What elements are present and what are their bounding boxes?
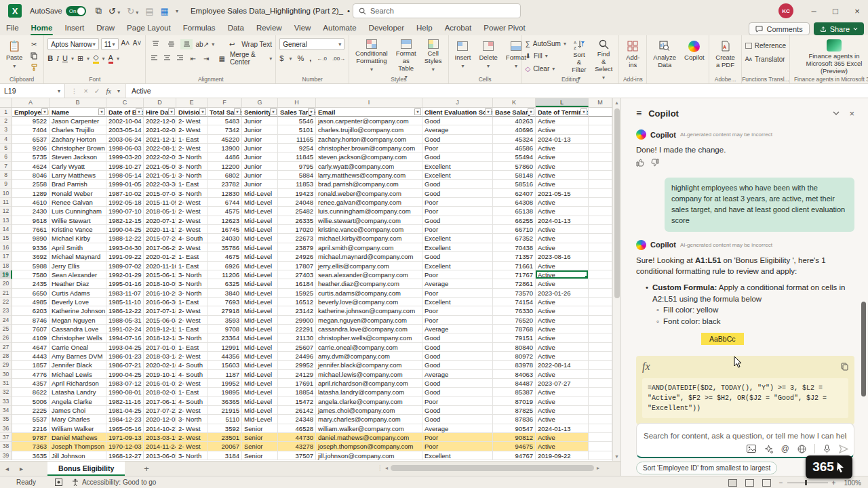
cell[interactable]: Michael Lewis: [50, 370, 106, 379]
cell[interactable]: Brad Parrish: [50, 180, 106, 188]
cell[interactable]: Senior: [242, 442, 278, 451]
cell[interactable]: 1993-04-30: [106, 243, 144, 252]
cell[interactable]: Active: [536, 207, 589, 216]
cell[interactable]: 2022-03-30: [144, 180, 176, 188]
cell[interactable]: Good: [422, 189, 493, 198]
cell[interactable]: Active: [536, 306, 589, 315]
cell[interactable]: Larry Matthews: [50, 171, 106, 180]
table-header-cell[interactable]: Date of Birth▾: [106, 108, 144, 117]
cell[interactable]: 15603: [208, 361, 242, 369]
cell[interactable]: 3- North: [176, 171, 208, 180]
row-header-25[interactable]: 25: [0, 325, 12, 333]
cell[interactable]: 2023-07-27: [536, 379, 589, 388]
cell[interactable]: Good: [422, 216, 493, 225]
cell[interactable]: 5884: [278, 171, 316, 180]
cell[interactable]: 25607: [278, 343, 316, 352]
cell[interactable]: 83978: [493, 361, 536, 369]
font-name-select[interactable]: Aptos Narrow▾: [47, 38, 98, 50]
cell[interactable]: 24129: [278, 370, 316, 379]
cell[interactable]: Senior: [242, 424, 278, 433]
row-header-37[interactable]: 37: [0, 433, 12, 442]
cell[interactable]: jerry.ellis@company.com: [316, 262, 422, 270]
cell[interactable]: 40696: [493, 125, 536, 134]
cell[interactable]: 1985-11-10: [106, 298, 144, 306]
cell[interactable]: 62407: [493, 189, 536, 198]
cell[interactable]: 19952: [208, 379, 242, 388]
row-header-11[interactable]: 11: [0, 198, 12, 207]
cell[interactable]: 2018-12-18: [144, 333, 176, 342]
cell[interactable]: [589, 379, 612, 388]
row-header-23[interactable]: 23: [0, 306, 12, 315]
book-icon[interactable]: ▤: [145, 6, 153, 16]
menu-tab-data[interactable]: Data: [222, 22, 250, 35]
cell[interactable]: 4- South: [176, 361, 208, 369]
cell[interactable]: Latasha Landry: [50, 388, 106, 396]
cell[interactable]: [589, 397, 612, 406]
cell[interactable]: 2- West: [176, 225, 208, 234]
row-header-16[interactable]: 16: [0, 243, 12, 252]
cell[interactable]: Mid-Level: [242, 306, 278, 315]
insert-function-icon[interactable]: fx: [106, 87, 111, 95]
cell[interactable]: 87825: [493, 406, 536, 415]
filter-dropdown-icon[interactable]: ▾: [485, 108, 492, 115]
autosave-toggle[interactable]: On: [66, 6, 86, 16]
row-header-24[interactable]: 24: [0, 316, 12, 325]
menu-tab-acrobat[interactable]: Acrobat: [439, 22, 478, 35]
cell[interactable]: 1989-07-02: [106, 262, 144, 270]
panel-scrollbar-thumb[interactable]: [861, 302, 866, 396]
cell[interactable]: 4443: [12, 352, 50, 361]
cell[interactable]: 1982-12-15: [106, 216, 144, 225]
cell[interactable]: Active: [536, 370, 589, 379]
cell[interactable]: Active: [536, 352, 589, 361]
name-box[interactable]: L19▾: [0, 84, 65, 98]
cell[interactable]: 2- West: [176, 125, 208, 134]
cell[interactable]: 1992-01-29: [106, 270, 144, 279]
cell[interactable]: 2015-06-12: [144, 270, 176, 279]
align-top-icon[interactable]: [149, 39, 161, 49]
formula-bar-value[interactable]: Active: [126, 84, 868, 98]
cell[interactable]: 46528: [278, 424, 316, 433]
cell[interactable]: 1984-12-23: [106, 415, 144, 424]
cell[interactable]: Good: [422, 135, 493, 144]
cell[interactable]: Junior: [242, 144, 278, 152]
cell[interactable]: Carrie Oneal: [50, 343, 106, 352]
addins-button[interactable]: Add-ins: [623, 38, 643, 74]
table-header-cell[interactable]: Email▾: [316, 108, 422, 117]
cell[interactable]: 16745: [208, 225, 242, 234]
column-header-C[interactable]: C: [106, 98, 144, 107]
cell[interactable]: Active: [536, 325, 589, 333]
cell[interactable]: 1983-11-07: [106, 289, 144, 298]
cell[interactable]: James Choi: [50, 406, 106, 415]
row-header-22[interactable]: 22: [0, 298, 12, 306]
cell[interactable]: 1982-11-16: [106, 397, 144, 406]
cell[interactable]: [589, 125, 612, 134]
cell[interactable]: 2023-01-26: [536, 289, 589, 298]
cell[interactable]: 2017-01-01: [144, 343, 176, 352]
cell[interactable]: 1857: [12, 361, 50, 369]
cell[interactable]: 15925: [278, 289, 316, 298]
cell[interactable]: 2- West: [176, 144, 208, 152]
cell[interactable]: [589, 135, 612, 144]
number-format-select[interactable]: General▾: [279, 38, 344, 50]
cell[interactable]: 4575: [208, 207, 242, 216]
copy-icon[interactable]: [28, 51, 40, 61]
cell[interactable]: 9254: [278, 144, 316, 152]
cell[interactable]: [589, 406, 612, 415]
cell[interactable]: joseph.thompson@company.com: [316, 442, 422, 451]
cell[interactable]: Zachary Horton: [50, 135, 106, 144]
cell[interactable]: Mid-Level: [242, 333, 278, 342]
cell[interactable]: 5110: [208, 415, 242, 424]
cell[interactable]: 6537: [12, 135, 50, 144]
menu-tab-developer[interactable]: Developer: [363, 22, 410, 35]
percent-icon[interactable]: %: [297, 54, 304, 62]
column-header-H[interactable]: H: [278, 98, 316, 107]
avatar[interactable]: KC: [778, 3, 793, 18]
cell[interactable]: 6203: [12, 306, 50, 315]
cell[interactable]: 4- South: [176, 370, 208, 379]
qat-customize-icon[interactable]: ▾: [176, 8, 178, 14]
cell[interactable]: 76520: [493, 316, 536, 325]
cell[interactable]: Active: [536, 270, 589, 279]
cell[interactable]: 2- West: [176, 316, 208, 325]
cell[interactable]: 2016-10-29: [144, 289, 176, 298]
cell[interactable]: 45324: [493, 135, 536, 144]
